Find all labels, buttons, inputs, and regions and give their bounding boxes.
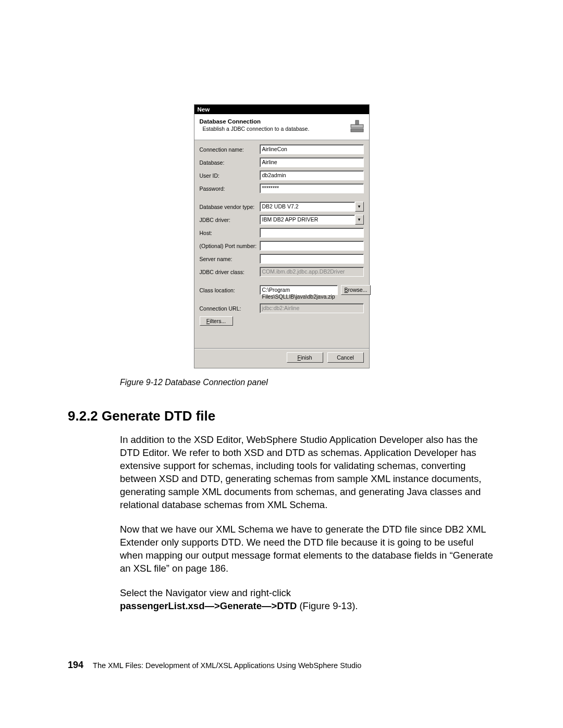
svg-rect-1 xyxy=(351,125,363,128)
paragraph-1: In addition to the XSD Editor, WebSphere… xyxy=(120,434,495,512)
svg-rect-2 xyxy=(356,120,359,125)
browse-button[interactable]: Browse... xyxy=(341,285,371,295)
filters-button[interactable]: Filters... xyxy=(200,316,233,326)
host-input[interactable] xyxy=(260,228,364,238)
paragraph-3-bold: passengerList.xsd—>Generate—>DTD xyxy=(120,600,297,611)
dialog-title-text: New xyxy=(198,106,210,113)
paragraph-3a: Select the Navigator view and right-clic… xyxy=(120,587,291,598)
user-id-input[interactable]: db2admin xyxy=(260,170,364,180)
label-connection-url: Connection URL: xyxy=(200,305,260,312)
footer-title: The XML Files: Development of XML/XSL Ap… xyxy=(93,661,361,670)
connection-name-input[interactable]: AirlineCon xyxy=(260,144,364,154)
label-driver-class: JDBC driver class: xyxy=(200,269,260,275)
cancel-button[interactable]: Cancel xyxy=(327,352,364,363)
label-jdbc-driver: JDBC driver: xyxy=(200,217,260,223)
label-host: Host: xyxy=(200,230,260,236)
dialog-button-row: Finish Cancel xyxy=(194,349,369,368)
paragraph-2: Now that we have our XML Schema we have … xyxy=(120,523,495,575)
label-password: Password: xyxy=(200,186,260,192)
database-icon xyxy=(349,119,365,133)
label-user-id: User ID: xyxy=(200,172,260,179)
paragraph-3: Select the Navigator view and right-clic… xyxy=(120,587,495,613)
section-heading: 9.2.2 Generate DTD file xyxy=(68,408,495,424)
jdbc-driver-value: IBM DB2 APP DRIVER xyxy=(260,215,355,225)
dialog-banner-subtitle: Establish a JDBC connection to a databas… xyxy=(200,126,365,132)
database-input[interactable]: Airline xyxy=(260,157,364,167)
dialog-titlebar: New xyxy=(194,105,369,114)
label-port: (Optional) Port number: xyxy=(200,243,260,249)
vendor-type-select[interactable]: DB2 UDB V7.2 ▼ xyxy=(260,202,364,212)
figure-caption: Figure 9-12 Database Connection panel xyxy=(120,378,495,387)
chevron-down-icon: ▼ xyxy=(355,215,364,225)
database-connection-dialog: New Database Connection Establish a JDBC… xyxy=(194,104,370,368)
label-database: Database: xyxy=(200,159,260,166)
password-input[interactable]: ******** xyxy=(260,183,364,193)
jdbc-driver-select[interactable]: IBM DB2 APP DRIVER ▼ xyxy=(260,215,364,225)
dialog-banner: Database Connection Establish a JDBC con… xyxy=(194,114,369,140)
label-class-location: Class location: xyxy=(200,287,260,293)
vendor-type-value: DB2 UDB V7.2 xyxy=(260,202,355,212)
paragraph-3b: (Figure 9-13). xyxy=(297,600,358,611)
label-vendor-type: Database vendor type: xyxy=(200,204,260,210)
driver-class-input: COM.ibm.db2.jdbc.app.DB2Driver xyxy=(260,267,364,277)
page-number: 194 xyxy=(68,660,83,671)
label-server: Server name: xyxy=(200,256,260,262)
server-input[interactable] xyxy=(260,254,364,264)
dialog-body: Connection name: AirlineCon Database: Ai… xyxy=(194,140,369,349)
connection-url-input: jdbc:db2:Airline xyxy=(260,303,364,313)
page-footer: 194 The XML Files: Development of XML/XS… xyxy=(68,660,495,671)
class-location-input[interactable]: C:\Program Files\SQLLIB\java\db2java.zip xyxy=(260,285,338,295)
finish-button[interactable]: Finish xyxy=(287,352,323,363)
dialog-banner-title: Database Connection xyxy=(200,118,365,125)
chevron-down-icon: ▼ xyxy=(355,202,364,212)
svg-rect-0 xyxy=(351,129,363,132)
port-input[interactable] xyxy=(260,241,364,251)
label-connection-name: Connection name: xyxy=(200,146,260,153)
